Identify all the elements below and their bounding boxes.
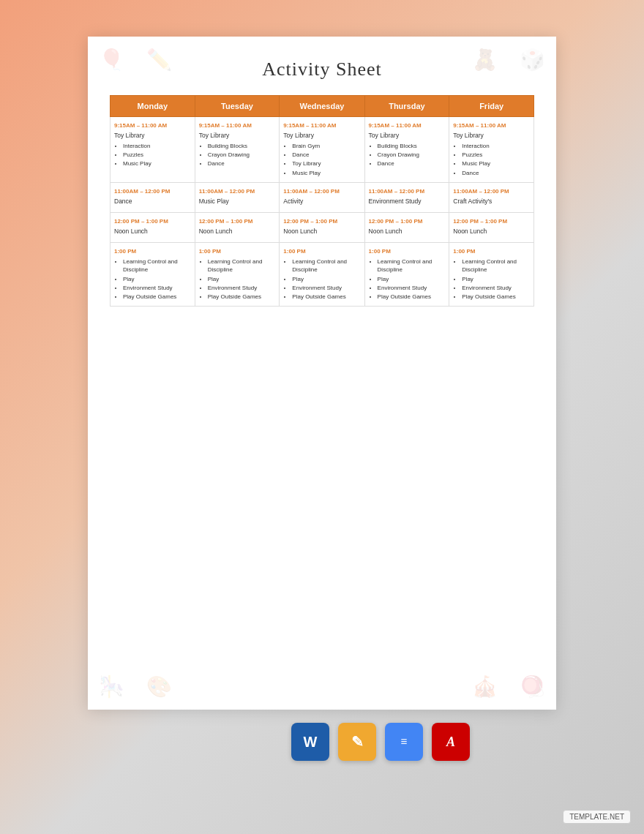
tuesday-slot4: 1:00 PM Learning Control and Discipline … — [195, 242, 280, 306]
wednesday-slot4-time: 1:00 PM — [283, 247, 360, 255]
list-item: Play — [208, 275, 276, 283]
friday-slot3-time: 12:00 PM – 1:00 PM — [453, 217, 530, 225]
tuesday-slot1: 9:15AM – 11:00 AM Toy Library Building B… — [195, 117, 280, 183]
template-badge: TEMPLATE.NET — [563, 810, 631, 824]
list-item: Environment Study — [123, 284, 191, 292]
list-item: Dance — [378, 159, 446, 168]
list-item: Learning Control and Discipline — [378, 258, 446, 274]
list-item: Dance — [292, 151, 360, 159]
table-row-slot1: 9:15AM – 11:00 AM Toy Library Interactio… — [111, 117, 534, 183]
list-item: Environment Study — [378, 284, 446, 292]
monday-slot1-list: Interaction Puzzles Music Play — [114, 142, 191, 168]
thursday-slot4: 1:00 PM Learning Control and Discipline … — [364, 242, 449, 306]
docs-icon-button[interactable]: ≡ — [385, 723, 423, 761]
list-item: Environment Study — [462, 284, 530, 292]
monday-slot3-title: Noon Lunch — [114, 228, 191, 236]
acrobat-icon-button[interactable]: A — [432, 723, 470, 761]
watermark-tl: 🎈 — [99, 48, 124, 72]
tuesday-slot4-time: 1:00 PM — [199, 247, 276, 255]
monday-slot4-list: Learning Control and Discipline Play Env… — [114, 258, 191, 301]
list-item: Environment Study — [292, 284, 360, 292]
header-monday: Monday — [111, 96, 195, 117]
word-icon-label: W — [304, 734, 318, 751]
tuesday-slot2-time: 11:00AM – 12:00 PM — [199, 187, 276, 195]
tuesday-slot3-title: Noon Lunch — [199, 228, 276, 236]
friday-slot3: 12:00 PM – 1:00 PM Noon Lunch — [449, 212, 534, 242]
list-item: Music Play — [292, 169, 360, 177]
monday-slot4-time: 1:00 PM — [114, 247, 191, 255]
thursday-slot3: 12:00 PM – 1:00 PM Noon Lunch — [364, 212, 449, 242]
thursday-slot4-time: 1:00 PM — [369, 247, 446, 255]
thursday-slot4-list: Learning Control and Discipline Play Env… — [369, 258, 446, 301]
monday-slot2-time: 11:00AM – 12:00 PM — [114, 187, 191, 195]
pages-icon-label: ✎ — [351, 733, 364, 751]
watermark-br2: 🎪 — [472, 675, 498, 699]
list-item: Puzzles — [462, 151, 530, 159]
monday-slot3: 12:00 PM – 1:00 PM Noon Lunch — [111, 212, 195, 242]
monday-slot1: 9:15AM – 11:00 AM Toy Library Interactio… — [111, 117, 195, 183]
watermark-tl2: ✏️ — [146, 48, 172, 72]
list-item: Play — [123, 275, 191, 283]
acrobat-icon-label: A — [446, 735, 455, 750]
friday-slot1-title: Toy Library — [453, 132, 530, 140]
watermark-tr2: 🧸 — [472, 48, 498, 72]
wednesday-slot2: 11:00AM – 12:00 PM Activity — [280, 182, 364, 212]
list-item: Puzzles — [123, 151, 191, 159]
wednesday-slot1-title: Toy Library — [283, 132, 360, 140]
list-item: Learning Control and Discipline — [462, 258, 530, 274]
monday-slot1-time: 9:15AM – 11:00 AM — [114, 121, 191, 129]
wednesday-slot1: 9:15AM – 11:00 AM Toy Library Brain Gym … — [280, 117, 364, 183]
watermark-tr: 🎲 — [520, 48, 545, 72]
schedule-table: Monday Tuesday Wednesday Thursday Friday… — [110, 95, 534, 307]
watermark-bl: 🎠 — [99, 675, 124, 699]
tuesday-slot1-time: 9:15AM – 11:00 AM — [199, 121, 276, 129]
list-item: Music Play — [462, 159, 530, 168]
list-item: Environment Study — [208, 284, 276, 292]
friday-slot1: 9:15AM – 11:00 AM Toy Library Interactio… — [449, 117, 534, 183]
wednesday-slot3-title: Noon Lunch — [283, 228, 360, 236]
list-item: Building Blocks — [208, 142, 276, 150]
friday-slot2-time: 11:00AM – 12:00 PM — [453, 187, 530, 195]
tuesday-slot3-time: 12:00 PM – 1:00 PM — [199, 217, 276, 225]
thursday-slot1-title: Toy Library — [369, 132, 446, 140]
list-item: Play Outside Games — [208, 293, 276, 301]
list-item: Play Outside Games — [292, 293, 360, 301]
pages-icon-button[interactable]: ✎ — [338, 723, 376, 761]
thursday-slot3-title: Noon Lunch — [369, 228, 446, 236]
app-icons-row: W ✎ ≡ A — [174, 723, 470, 761]
list-item: Toy Library — [292, 159, 360, 168]
wednesday-slot3-time: 12:00 PM – 1:00 PM — [283, 217, 360, 225]
word-icon-button[interactable]: W — [291, 723, 329, 761]
wednesday-slot2-title: Activity — [283, 198, 360, 206]
list-item: Learning Control and Discipline — [292, 258, 360, 274]
list-item: Play Outside Games — [123, 293, 191, 301]
table-row-slot3: 12:00 PM – 1:00 PM Noon Lunch 12:00 PM –… — [111, 212, 534, 242]
tuesday-slot2: 11:00AM – 12:00 PM Music Play — [195, 182, 280, 212]
list-item: Interaction — [462, 142, 530, 150]
list-item: Crayon Drawing — [208, 151, 276, 159]
wednesday-slot1-list: Brain Gym Dance Toy Library Music Play — [283, 142, 360, 177]
tuesday-slot1-list: Building Blocks Crayon Drawing Dance — [199, 142, 276, 168]
friday-slot3-title: Noon Lunch — [453, 228, 530, 236]
friday-slot1-time: 9:15AM – 11:00 AM — [453, 121, 530, 129]
wednesday-slot1-time: 9:15AM – 11:00 AM — [283, 121, 360, 129]
document-page: 🎈 ✏️ 🎲 🧸 🎠 🎨 🪀 🎪 Activity Sheet Monday T… — [88, 37, 556, 710]
watermark-br: 🪀 — [520, 675, 545, 699]
list-item: Interaction — [123, 142, 191, 150]
thursday-slot3-time: 12:00 PM – 1:00 PM — [369, 217, 446, 225]
monday-slot3-time: 12:00 PM – 1:00 PM — [114, 217, 191, 225]
monday-slot2-title: Dance — [114, 198, 191, 206]
tuesday-slot1-title: Toy Library — [199, 132, 276, 140]
monday-slot1-title: Toy Library — [114, 132, 191, 140]
thursday-slot2-title: Environment Study — [369, 198, 446, 206]
friday-slot2: 11:00AM – 12:00 PM Craft Activity's — [449, 182, 534, 212]
wednesday-slot2-time: 11:00AM – 12:00 PM — [283, 187, 360, 195]
list-item: Crayon Drawing — [378, 151, 446, 159]
list-item: Learning Control and Discipline — [208, 258, 276, 274]
tuesday-slot3: 12:00 PM – 1:00 PM Noon Lunch — [195, 212, 280, 242]
list-item: Brain Gym — [292, 142, 360, 150]
thursday-slot1-time: 9:15AM – 11:00 AM — [369, 121, 446, 129]
thursday-slot1-list: Building Blocks Crayon Drawing Dance — [369, 142, 446, 168]
header-tuesday: Tuesday — [195, 96, 280, 117]
list-item: Music Play — [123, 159, 191, 168]
